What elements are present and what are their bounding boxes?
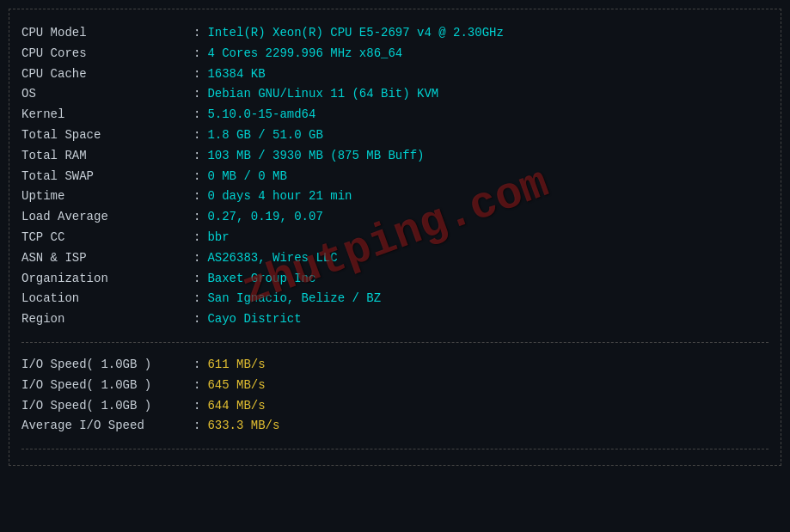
row-label: Load Average xyxy=(21,207,193,228)
row-value: Baxet Group Inc xyxy=(207,269,315,290)
table-row: Total RAM: 103 MB / 3930 MB (875 MB Buff… xyxy=(21,146,769,167)
colon-separator: : xyxy=(193,23,200,44)
colon-separator: : xyxy=(193,396,200,417)
table-row: TCP CC: bbr xyxy=(21,228,769,248)
colon-separator: : xyxy=(193,416,200,437)
row-value: 644 MB/s xyxy=(207,396,265,417)
colon-separator: : xyxy=(193,376,200,396)
row-value: 5.10.0-15-amd64 xyxy=(207,105,315,125)
table-row: Total Space: 1.8 GB / 51.0 GB xyxy=(21,125,769,146)
row-label: Location xyxy=(21,289,193,309)
row-value: 611 MB/s xyxy=(207,355,265,376)
table-row: CPU Model: Intel(R) Xeon(R) CPU E5-2697 … xyxy=(21,23,769,44)
row-label: Total Space xyxy=(21,125,193,146)
row-value: AS26383, Wires LLC xyxy=(207,248,337,269)
section-divider-2 xyxy=(21,449,769,449)
colon-separator: : xyxy=(193,228,200,248)
colon-separator: : xyxy=(193,167,200,187)
colon-separator: : xyxy=(193,44,200,64)
row-value: Cayo District xyxy=(207,309,301,330)
colon-separator: : xyxy=(193,309,200,330)
row-value: Intel(R) Xeon(R) CPU E5-2697 v4 @ 2.30GH… xyxy=(207,23,503,44)
row-value: 633.3 MB/s xyxy=(207,416,279,437)
table-row: ASN & ISP: AS26383, Wires LLC xyxy=(21,248,769,269)
table-row: OS: Debian GNU/Linux 11 (64 Bit) KVM xyxy=(21,84,769,105)
row-value: 103 MB / 3930 MB (875 MB Buff) xyxy=(207,146,424,167)
colon-separator: : xyxy=(193,207,200,228)
row-label: I/O Speed( 1.0GB ) xyxy=(21,355,193,376)
colon-separator: : xyxy=(193,105,200,125)
row-label: Total RAM xyxy=(21,146,193,167)
main-wrapper: zhutping.com CPU Model: Intel(R) Xeon(R)… xyxy=(9,9,781,466)
colon-separator: : xyxy=(193,146,200,167)
row-label: CPU Cores xyxy=(21,44,193,64)
table-row: CPU Cores: 4 Cores 2299.996 MHz x86_64 xyxy=(21,44,769,64)
table-row: Kernel: 5.10.0-15-amd64 xyxy=(21,105,769,125)
colon-separator: : xyxy=(193,84,200,105)
row-label: CPU Cache xyxy=(21,64,193,85)
row-label: I/O Speed( 1.0GB ) xyxy=(21,396,193,417)
system-info-section: CPU Model: Intel(R) Xeon(R) CPU E5-2697 … xyxy=(21,18,769,335)
row-label: Organization xyxy=(21,269,193,290)
table-row: Uptime: 0 days 4 hour 21 min xyxy=(21,187,769,207)
colon-separator: : xyxy=(193,269,200,290)
row-label: OS xyxy=(21,84,193,105)
row-value: bbr xyxy=(207,228,229,248)
row-value: Debian GNU/Linux 11 (64 Bit) KVM xyxy=(207,84,438,105)
row-label: TCP CC xyxy=(21,228,193,248)
row-value: 0 MB / 0 MB xyxy=(207,167,286,187)
table-row: CPU Cache: 16384 KB xyxy=(21,64,769,85)
table-row: Region: Cayo District xyxy=(21,309,769,330)
row-value: 4 Cores 2299.996 MHz x86_64 xyxy=(207,44,402,64)
row-label: Total SWAP xyxy=(21,167,193,187)
row-value: 645 MB/s xyxy=(207,376,265,396)
colon-separator: : xyxy=(193,289,200,309)
colon-separator: : xyxy=(193,125,200,146)
row-value: San Ignacio, Belize / BZ xyxy=(207,289,381,309)
io-speed-section: I/O Speed( 1.0GB ): 611 MB/sI/O Speed( 1… xyxy=(21,350,769,442)
row-label: Uptime xyxy=(21,187,193,207)
table-row: Load Average: 0.27, 0.19, 0.07 xyxy=(21,207,769,228)
row-label: Kernel xyxy=(21,105,193,125)
terminal-container: CPU Model: Intel(R) Xeon(R) CPU E5-2697 … xyxy=(9,9,781,466)
row-value: 0 days 4 hour 21 min xyxy=(207,187,352,207)
table-row: Location: San Ignacio, Belize / BZ xyxy=(21,289,769,309)
colon-separator: : xyxy=(193,187,200,207)
row-value: 1.8 GB / 51.0 GB xyxy=(207,125,322,146)
row-label: ASN & ISP xyxy=(21,248,193,269)
row-label: Average I/O Speed xyxy=(21,416,193,437)
row-value: 0.27, 0.19, 0.07 xyxy=(207,207,322,228)
colon-separator: : xyxy=(193,64,200,85)
table-row: Total SWAP: 0 MB / 0 MB xyxy=(21,167,769,187)
row-label: I/O Speed( 1.0GB ) xyxy=(21,376,193,396)
row-value: 16384 KB xyxy=(207,64,265,85)
table-row: I/O Speed( 1.0GB ): 611 MB/s xyxy=(21,355,769,376)
row-label: Region xyxy=(21,309,193,330)
row-label: CPU Model xyxy=(21,23,193,44)
colon-separator: : xyxy=(193,355,200,376)
table-row: I/O Speed( 1.0GB ): 645 MB/s xyxy=(21,376,769,396)
table-row: Average I/O Speed: 633.3 MB/s xyxy=(21,416,769,437)
section-divider-1 xyxy=(21,342,769,343)
table-row: Organization: Baxet Group Inc xyxy=(21,269,769,290)
colon-separator: : xyxy=(193,248,200,269)
table-row: I/O Speed( 1.0GB ): 644 MB/s xyxy=(21,396,769,417)
